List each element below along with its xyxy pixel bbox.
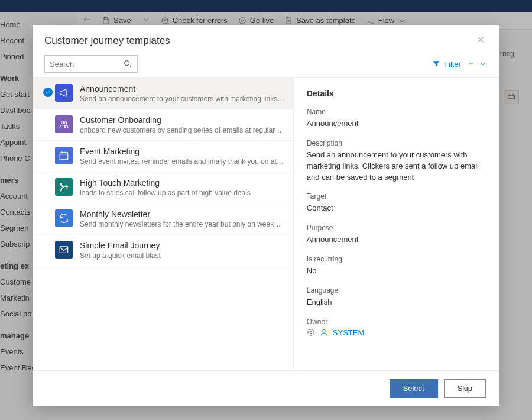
template-icon [55,84,73,102]
template-desc: onboard new customers by sending series … [80,126,285,134]
svg-point-9 [310,332,312,334]
detail-owner-value-row: SYSTEM [307,328,486,337]
disc-icon [307,328,315,337]
detail-owner-value: SYSTEM [333,328,364,337]
template-icon [55,115,73,133]
row-text: High Touch Marketingleads to sales call … [80,178,285,197]
svg-point-3 [125,61,129,66]
template-row[interactable]: Event MarketingSend event invites, remin… [33,141,293,172]
template-icon [55,178,73,196]
details-heading: Details [307,89,486,98]
detail-language-value: English [307,297,486,308]
row-text: Customer Onboardingonboard new customers… [80,115,285,134]
template-title: Announcement [80,84,285,93]
row-check [41,209,55,213]
template-icon [55,209,73,227]
template-row[interactable]: High Touch Marketingleads to sales call … [33,172,293,203]
svg-point-10 [322,330,325,333]
close-button[interactable] [474,33,487,48]
row-check [41,241,55,244]
svg-point-5 [64,122,67,124]
modal-toolbar: Filter [33,53,499,77]
template-desc: Send monthly newsletters for the entire … [80,220,285,228]
modal-header: Customer journey templates [33,25,499,53]
template-desc: Send an announcement to your customers w… [80,95,285,103]
detail-target-label: Target [307,192,486,201]
filter-label: Filter [444,60,461,69]
detail-language-label: Language [307,286,486,295]
filter-button[interactable]: Filter [432,60,461,69]
sort-icon [468,60,476,68]
detail-purpose-label: Purpose [307,224,486,232]
row-check [41,84,55,97]
chevron-down-icon [479,60,487,68]
detail-recurring-label: Is recurring [307,255,486,263]
close-icon [476,35,485,44]
modal-body: AnnouncementSend an announcement to your… [33,77,499,371]
template-icon [55,241,73,259]
svg-point-8 [308,329,314,336]
template-title: Monthly Newsletter [80,209,285,219]
svg-rect-7 [60,247,68,253]
detail-purpose-value: Announcement [307,234,486,245]
modal-footer: Select Skip [33,371,499,406]
search-icon [123,59,132,69]
detail-name-label: Name [307,108,486,116]
template-row[interactable]: Customer Onboardingonboard new customers… [33,109,293,141]
modal-title: Customer journey templates [44,35,170,47]
detail-recurring-value: No [307,266,486,277]
row-text: Event MarketingSend event invites, remin… [80,147,285,166]
template-row[interactable]: Monthly NewsletterSend monthly newslette… [33,203,293,235]
template-row[interactable]: Simple Email JourneySet up a quick email… [33,235,293,266]
template-icon [55,147,73,164]
detail-name-value: Announcement [307,118,486,130]
template-title: Simple Email Journey [80,241,285,250]
row-check [41,147,55,150]
select-button[interactable]: Select [390,379,438,398]
row-text: Monthly NewsletterSend monthly newslette… [80,209,285,228]
template-title: Event Marketing [80,147,285,156]
search-box[interactable] [44,55,138,73]
sort-button[interactable] [468,60,487,68]
svg-rect-6 [60,153,68,160]
svg-point-4 [61,121,64,124]
template-picker-modal: Customer journey templates Filter Announ… [33,25,499,406]
row-text: Simple Email JourneySet up a quick email… [80,241,285,260]
template-row[interactable]: AnnouncementSend an announcement to your… [33,78,293,109]
row-check [41,178,55,182]
search-input[interactable] [50,60,123,69]
template-title: High Touch Marketing [80,178,285,188]
detail-owner-label: Owner [307,318,486,326]
template-title: Customer Onboarding [80,115,285,125]
skip-button[interactable]: Skip [444,379,486,398]
row-check [41,115,55,119]
detail-desc-value: Send an announcement to your customers w… [307,150,486,183]
detail-desc-label: Description [307,139,486,147]
row-text: AnnouncementSend an announcement to your… [80,84,285,103]
template-desc: leads to sales call follow up as part of… [80,189,285,197]
details-pane: Details Name Announcement Description Se… [294,78,499,370]
checkmark-icon [43,88,53,97]
template-desc: Send event invites, reminder emails and … [80,157,285,166]
user-icon [320,328,328,337]
template-desc: Set up a quick email blast [80,251,285,260]
detail-target-value: Contact [307,203,486,214]
template-list: AnnouncementSend an announcement to your… [33,78,294,370]
funnel-icon [432,60,440,68]
